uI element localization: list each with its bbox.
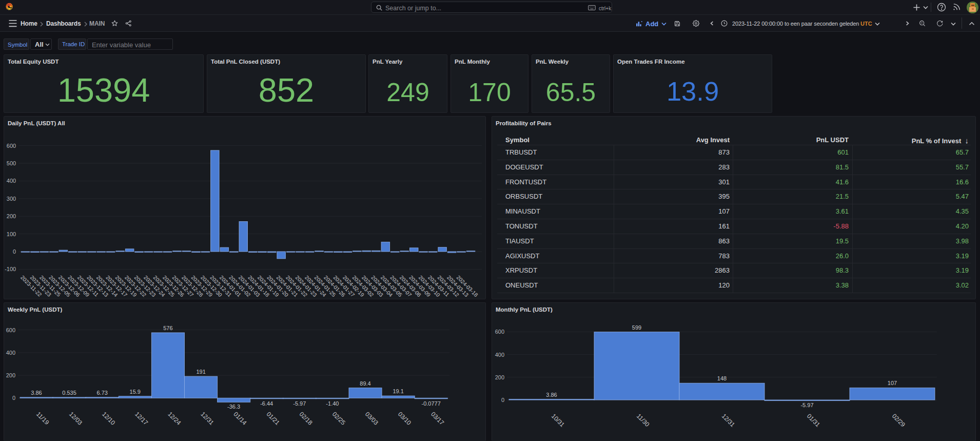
svg-text:01/31: 01/31 bbox=[806, 412, 821, 428]
svg-text:19.1: 19.1 bbox=[393, 388, 403, 394]
svg-text:12/03: 12/03 bbox=[68, 411, 84, 427]
svg-text:500: 500 bbox=[7, 160, 16, 166]
svg-text:02/29: 02/29 bbox=[891, 412, 907, 428]
svg-text:200: 200 bbox=[7, 213, 16, 219]
svg-text:600: 600 bbox=[495, 329, 504, 335]
svg-text:0: 0 bbox=[13, 248, 16, 255]
svg-text:89.4: 89.4 bbox=[360, 380, 370, 387]
svg-text:0: 0 bbox=[12, 395, 15, 401]
svg-text:-0.0777: -0.0777 bbox=[422, 400, 441, 407]
svg-text:12/31: 12/31 bbox=[720, 412, 736, 428]
svg-text:600: 600 bbox=[6, 327, 15, 333]
svg-text:3.86: 3.86 bbox=[31, 390, 42, 396]
svg-text:12/10: 12/10 bbox=[101, 411, 116, 427]
svg-text:200: 200 bbox=[6, 372, 15, 378]
svg-text:15.9: 15.9 bbox=[130, 389, 141, 395]
svg-text:191: 191 bbox=[196, 369, 205, 375]
svg-text:12/24: 12/24 bbox=[166, 411, 182, 427]
svg-text:-100: -100 bbox=[5, 266, 16, 272]
svg-text:11/30: 11/30 bbox=[635, 412, 651, 428]
svg-text:-6.44: -6.44 bbox=[260, 400, 273, 407]
svg-text:03/10: 03/10 bbox=[397, 411, 413, 427]
svg-text:0.535: 0.535 bbox=[62, 390, 76, 396]
svg-text:-5.97: -5.97 bbox=[293, 400, 306, 407]
svg-text:148: 148 bbox=[717, 375, 727, 381]
svg-text:600: 600 bbox=[7, 143, 16, 149]
svg-text:400: 400 bbox=[6, 350, 15, 356]
svg-text:200: 200 bbox=[495, 374, 504, 380]
svg-text:02/25: 02/25 bbox=[331, 411, 347, 427]
svg-text:11/19: 11/19 bbox=[35, 411, 51, 427]
svg-text:12/17: 12/17 bbox=[133, 411, 149, 427]
svg-text:01/21: 01/21 bbox=[265, 411, 281, 427]
svg-text:-5.97: -5.97 bbox=[800, 402, 813, 408]
svg-text:0: 0 bbox=[501, 397, 504, 403]
svg-text:107: 107 bbox=[888, 380, 897, 386]
svg-text:03/03: 03/03 bbox=[364, 411, 380, 427]
svg-text:03/17: 03/17 bbox=[429, 411, 445, 427]
svg-text:-1.40: -1.40 bbox=[326, 400, 339, 407]
svg-text:3.86: 3.86 bbox=[546, 392, 557, 398]
svg-text:6.73: 6.73 bbox=[96, 390, 107, 396]
svg-text:400: 400 bbox=[495, 352, 504, 358]
svg-text:02/18: 02/18 bbox=[298, 411, 314, 427]
svg-text:400: 400 bbox=[7, 178, 16, 184]
svg-text:10/31: 10/31 bbox=[550, 412, 566, 428]
svg-text:-36.3: -36.3 bbox=[227, 404, 240, 410]
svg-text:01/14: 01/14 bbox=[232, 411, 248, 427]
svg-text:576: 576 bbox=[163, 325, 172, 331]
svg-text:12/31: 12/31 bbox=[199, 411, 215, 427]
svg-text:599: 599 bbox=[632, 324, 641, 331]
svg-text:100: 100 bbox=[7, 231, 16, 237]
svg-text:300: 300 bbox=[7, 196, 16, 202]
